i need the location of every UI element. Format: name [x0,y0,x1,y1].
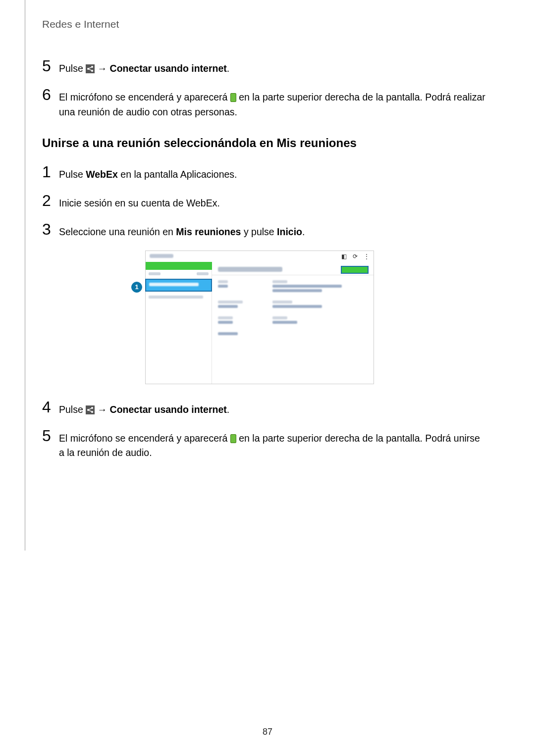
step-b1: 1 Pulse WebEx en la pantalla Aplicacione… [42,164,488,182]
bold-text: Mis reuniones [176,226,241,237]
step-number: 3 [42,221,59,237]
page-number: 87 [0,727,535,737]
step-text: El micrófono se encenderá y aparecerá en… [59,87,488,119]
diagram-main-panel [212,262,374,384]
webex-screenshot-diagram: 1 2 ◧ ⟳ ⋮ [131,251,369,384]
text: . [227,404,229,415]
arrow: → [95,404,109,415]
svg-line-8 [89,408,92,409]
step-number: 1 [42,164,59,180]
bold-text: Conectar usando internet [110,404,227,415]
text: El micrófono se encenderá y aparecerá [59,92,230,102]
text: y pulse [241,226,277,237]
share-network-icon [86,405,95,414]
text: Seleccione una reunión en [59,226,176,237]
step-a6: 6 El micrófono se encenderá y aparecerá … [42,87,488,119]
more-vertical-icon: ⋮ [364,253,370,260]
step-text: Pulse → Conectar usando internet. [59,399,488,417]
text: El micrófono se encenderá y aparecerá [59,433,230,444]
step-text: Inicie sesión en su cuenta de WebEx. [59,193,488,210]
svg-line-9 [89,410,92,411]
step-b5: 5 El micrófono se encenderá y aparecerá … [42,428,488,460]
diagram-start-button [341,266,369,274]
text: Pulse [59,404,86,415]
step-number: 5 [42,58,59,74]
subheading: Unirse a una reunión seleccionándola en … [42,136,488,150]
bold-text: WebEx [86,169,118,180]
text: Pulse [59,63,86,74]
diagram-selected-meeting [145,279,212,292]
callout-badge-1: 1 [131,282,142,293]
svg-line-3 [89,67,92,68]
step-number: 6 [42,87,59,102]
step-number: 4 [42,399,59,415]
step-number: 2 [42,193,59,208]
bold-text: Inicio [277,226,302,237]
text: en la pantalla Aplicaciones. [118,169,237,180]
microphone-icon [230,434,236,443]
layout-icon: ◧ [341,253,347,260]
step-b3: 3 Seleccione una reunión en Mis reunione… [42,221,488,239]
svg-line-4 [89,69,92,70]
diagram-sidebar [146,270,212,384]
step-text: El micrófono se encenderá y aparecerá en… [59,428,488,460]
diagram-green-tab [146,262,212,270]
refresh-icon: ⟳ [353,253,358,260]
step-b4: 4 Pulse → Conectar usando internet. [42,399,488,417]
breadcrumb-header: Redes e Internet [42,18,488,30]
step-text: Seleccione una reunión en Mis reuniones … [59,221,488,239]
step-text: Pulse → Conectar usando internet. [59,58,488,76]
step-a5: 5 Pulse → Conectar usando internet. [42,58,488,76]
text: Pulse [59,169,86,180]
arrow: → [95,63,109,74]
step-text: Pulse WebEx en la pantalla Aplicaciones. [59,164,488,182]
text: . [227,63,229,74]
text: . [302,226,305,237]
diagram-topbar: ◧ ⟳ ⋮ [146,251,374,262]
microphone-icon [230,93,236,102]
step-number: 5 [42,428,59,444]
share-network-icon [86,64,95,73]
step-b2: 2 Inicie sesión en su cuenta de WebEx. [42,193,488,210]
bold-text: Conectar usando internet [110,63,227,74]
